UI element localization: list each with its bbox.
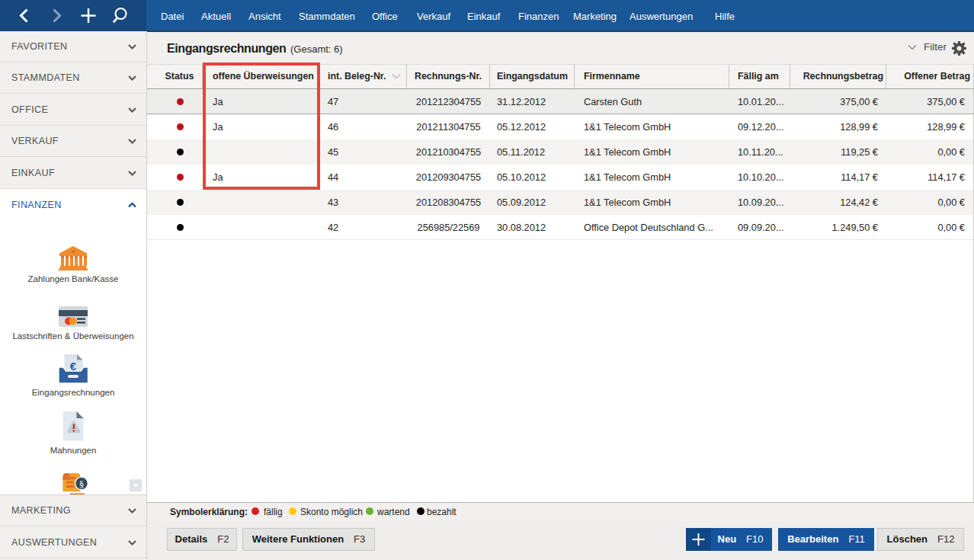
svg-text:§: § (79, 478, 85, 490)
